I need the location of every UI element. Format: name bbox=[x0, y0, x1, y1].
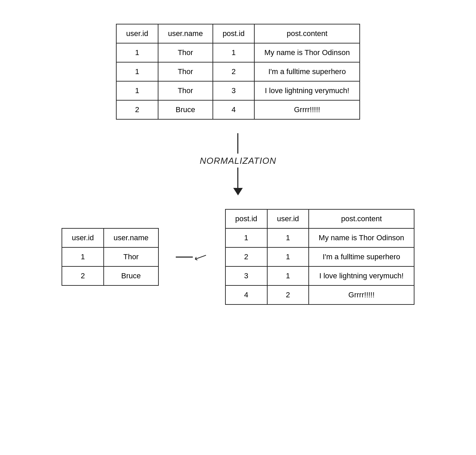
normalization-label: NORMALIZATION bbox=[200, 156, 276, 166]
table-cell: Grrrr!!!!! bbox=[254, 100, 359, 119]
top-table-container: user.iduser.namepost.idpost.content 1Tho… bbox=[116, 24, 360, 120]
table-row: 1Thor3I love lightning verymuch! bbox=[116, 81, 360, 100]
table-row: 2Bruce bbox=[62, 266, 158, 285]
table-cell: 2 bbox=[267, 285, 309, 304]
table-row: 31I love lightning verymuch! bbox=[225, 266, 414, 285]
table-cell: 3 bbox=[225, 266, 267, 285]
column-header: user.name bbox=[104, 228, 158, 247]
table-row: 42Grrrr!!!!! bbox=[225, 285, 414, 304]
table-cell: Grrrr!!!!! bbox=[309, 285, 414, 304]
table-row: 1Thor2I'm a fulltime superhero bbox=[116, 62, 360, 81]
users-table: user.iduser.name 1Thor2Bruce bbox=[62, 228, 159, 286]
table-row: 21I'm a fulltime superhero bbox=[225, 247, 414, 266]
table-row: 11My name is Thor Odinson bbox=[225, 228, 414, 247]
table-cell: 2 bbox=[116, 100, 158, 119]
normalization-arrow: NORMALIZATION bbox=[200, 133, 276, 195]
denormalized-table: user.iduser.namepost.idpost.content 1Tho… bbox=[116, 24, 360, 120]
table-cell: Thor bbox=[104, 247, 158, 266]
table-cell: Thor bbox=[158, 43, 213, 62]
table-cell: Thor bbox=[158, 81, 213, 100]
table-row: 1Thor bbox=[62, 247, 158, 266]
arrow-head-icon bbox=[233, 188, 243, 195]
column-header: post.content bbox=[254, 24, 359, 43]
table-cell: 1 bbox=[116, 43, 158, 62]
arrow-line-bottom bbox=[237, 168, 238, 188]
table-cell: 2 bbox=[213, 62, 255, 81]
table-cell: I love lightning verymuch! bbox=[254, 81, 359, 100]
table-cell: Thor bbox=[158, 62, 213, 81]
posts-table: post.iduser.idpost.content 11My name is … bbox=[225, 209, 414, 305]
table-cell: 1 bbox=[225, 228, 267, 247]
table-cell: 1 bbox=[116, 81, 158, 100]
column-header: post.content bbox=[309, 209, 414, 228]
relation-connector: ⟵ bbox=[176, 252, 208, 262]
bottom-tables-container: user.iduser.name 1Thor2Bruce ⟵ post.idus… bbox=[62, 209, 414, 305]
table-row: 1Thor1My name is Thor Odinson bbox=[116, 43, 360, 62]
column-header: post.id bbox=[225, 209, 267, 228]
table-cell: 4 bbox=[213, 100, 255, 119]
table-row: 2Bruce4Grrrr!!!!! bbox=[116, 100, 360, 119]
table-cell: 1 bbox=[267, 247, 309, 266]
column-header: user.id bbox=[267, 209, 309, 228]
column-header: user.id bbox=[62, 228, 104, 247]
table-cell: My name is Thor Odinson bbox=[309, 228, 414, 247]
table-cell: 1 bbox=[213, 43, 255, 62]
arrow-line-top bbox=[237, 133, 238, 154]
column-header: user.id bbox=[116, 24, 158, 43]
column-header: user.name bbox=[158, 24, 213, 43]
table-cell: 1 bbox=[62, 247, 104, 266]
table-cell: I'm a fulltime superhero bbox=[254, 62, 359, 81]
table-cell: Bruce bbox=[158, 100, 213, 119]
table-cell: I'm a fulltime superhero bbox=[309, 247, 414, 266]
table-cell: 3 bbox=[213, 81, 255, 100]
relation-slash-icon: ⟵ bbox=[193, 250, 208, 264]
table-cell: 4 bbox=[225, 285, 267, 304]
table-cell: 1 bbox=[116, 62, 158, 81]
table-cell: 1 bbox=[267, 266, 309, 285]
relation-line-icon bbox=[176, 257, 193, 258]
table-cell: Bruce bbox=[104, 266, 158, 285]
column-header: post.id bbox=[213, 24, 255, 43]
table-cell: My name is Thor Odinson bbox=[254, 43, 359, 62]
table-cell: 2 bbox=[225, 247, 267, 266]
table-cell: I love lightning verymuch! bbox=[309, 266, 414, 285]
table-cell: 1 bbox=[267, 228, 309, 247]
table-cell: 2 bbox=[62, 266, 104, 285]
